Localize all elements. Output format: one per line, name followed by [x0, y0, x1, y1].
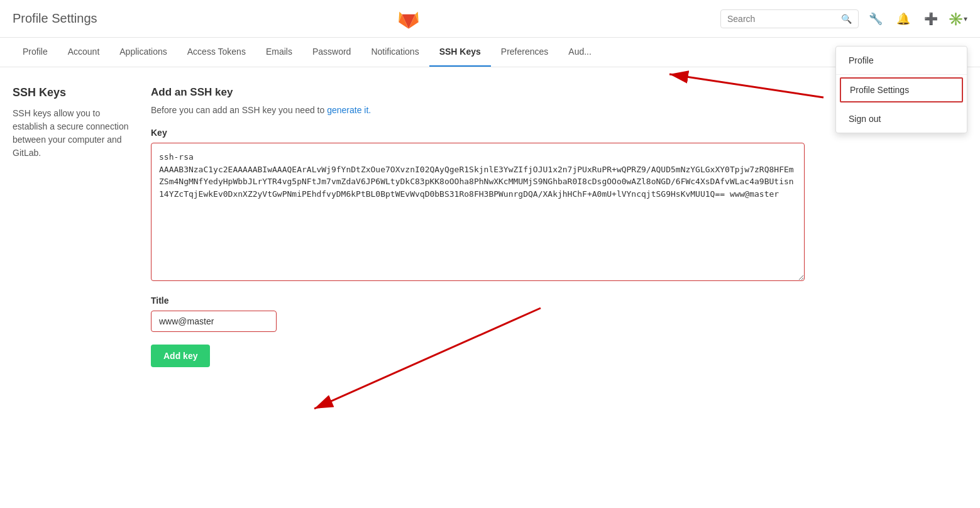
logo-area [396, 6, 421, 31]
header: Profile Settings 🔍 🔧 🔔 ➕ ✳️ ▾ Profile Pr… [0, 0, 980, 38]
title-label: Title [151, 295, 805, 306]
user-avatar-dropdown[interactable]: ✳️ ▾ [948, 11, 967, 26]
key-label: Key [151, 128, 805, 138]
header-actions: 🔍 🔧 🔔 ➕ ✳️ ▾ Profile Profile Settings Si… [720, 8, 967, 30]
dropdown-item-profile-settings[interactable]: Profile Settings [840, 77, 963, 102]
nav-item-ssh-keys[interactable]: SSH Keys [429, 38, 491, 67]
search-bar[interactable]: 🔍 [720, 9, 859, 28]
user-dropdown-menu: Profile Profile Settings Sign out [835, 46, 967, 133]
sidebar-heading: SSH Keys [13, 86, 132, 99]
nav-bar: Profile Account Applications Access Toke… [0, 38, 980, 67]
key-form-group: Key ssh-rsa AAAAB3NzaC1yc2EAAAAABIwAAAQE… [151, 128, 805, 283]
dropdown-item-profile[interactable]: Profile [836, 47, 967, 75]
sidebar-description: SSH keys allow you to establish a secure… [13, 107, 132, 160]
dropdown-item-sign-out[interactable]: Sign out [836, 105, 967, 133]
form-heading: Add an SSH key [151, 86, 805, 99]
bell-icon[interactable]: 🔔 [893, 8, 914, 30]
gitlab-logo [396, 6, 421, 31]
form-subtitle: Before you can add an SSH key you need t… [151, 105, 805, 115]
dropdown-caret: ▾ [964, 14, 967, 23]
nav-item-emails[interactable]: Emails [256, 38, 302, 67]
content-area: Add an SSH key Before you can add an SSH… [151, 86, 805, 367]
search-input[interactable] [727, 14, 839, 24]
plus-icon[interactable]: ➕ [920, 8, 942, 30]
page-title: Profile Settings [13, 11, 97, 26]
nav-item-applications[interactable]: Applications [109, 38, 177, 67]
key-textarea[interactable]: ssh-rsa AAAAB3NzaC1yc2EAAAAABIwAAAQEArAL… [151, 143, 805, 281]
nav-item-account[interactable]: Account [58, 38, 110, 67]
wrench-icon[interactable]: 🔧 [865, 8, 886, 30]
search-icon: 🔍 [841, 14, 852, 24]
nav-item-access-tokens[interactable]: Access Tokens [177, 38, 256, 67]
main-content: SSH Keys SSH keys allow you to establish… [0, 67, 817, 386]
add-key-button[interactable]: Add key [151, 345, 210, 367]
nav-item-preferences[interactable]: Preferences [491, 38, 558, 67]
nav-item-notifications[interactable]: Notifications [361, 38, 429, 67]
title-form-group: Title [151, 295, 805, 332]
nav-item-audit[interactable]: Aud... [558, 38, 602, 67]
avatar-icon: ✳️ [948, 11, 964, 26]
nav-item-profile[interactable]: Profile [13, 38, 58, 67]
title-input[interactable] [151, 311, 277, 332]
generate-link[interactable]: generate it. [327, 105, 371, 115]
sidebar: SSH Keys SSH keys allow you to establish… [13, 86, 151, 367]
subtitle-text: Before you can add an SSH key you need t… [151, 105, 324, 115]
nav-item-password[interactable]: Password [302, 38, 361, 67]
